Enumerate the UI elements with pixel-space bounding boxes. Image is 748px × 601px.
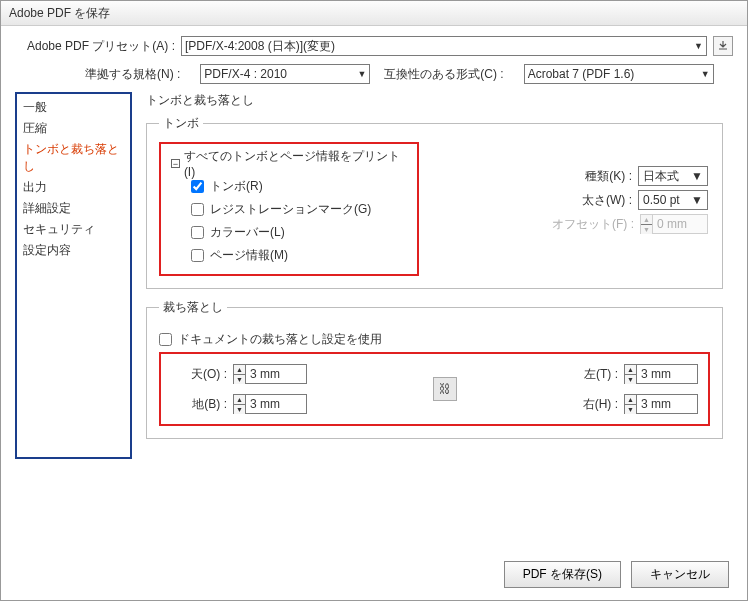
bleed-right-value: 3 mm xyxy=(641,397,671,411)
spin-down-icon[interactable]: ▼ xyxy=(625,405,636,414)
preset-label: Adobe PDF プリセット(A) : xyxy=(15,38,175,55)
chevron-down-icon: ▼ xyxy=(691,193,703,207)
preset-value: [PDF/X-4:2008 (日本)](変更) xyxy=(185,38,335,55)
use-doc-bleed-label: ドキュメントの裁ち落とし設定を使用 xyxy=(178,331,382,348)
chevron-down-icon: ▼ xyxy=(694,41,703,51)
bleed-top-spinner[interactable]: ▲▼ 3 mm xyxy=(233,364,307,384)
chevron-down-icon: ▼ xyxy=(691,169,703,183)
mark-weight-select[interactable]: 0.50 pt ▼ xyxy=(638,190,708,210)
titlebar: Adobe PDF を保存 xyxy=(1,1,747,26)
sidebar-item-summary[interactable]: 設定内容 xyxy=(17,240,130,261)
compat-label: 互換性のある形式(C) : xyxy=(384,66,503,83)
pageinfo-label: ページ情報(M) xyxy=(210,247,288,264)
trim-marks-label: トンボ(R) xyxy=(210,178,263,195)
sidebar-item-general[interactable]: 一般 xyxy=(17,97,130,118)
spin-up-icon[interactable]: ▲ xyxy=(625,395,636,405)
bleed-bottom-value: 3 mm xyxy=(250,397,280,411)
bleed-fieldset: 裁ち落とし ドキュメントの裁ち落とし設定を使用 天(O) : ▲▼ 3 mm xyxy=(146,299,723,439)
chevron-down-icon: ▼ xyxy=(701,69,710,79)
bleed-right-spinner[interactable]: ▲▼ 3 mm xyxy=(624,394,698,414)
bleed-right-label: 右(H) : xyxy=(583,396,618,413)
cancel-button[interactable]: キャンセル xyxy=(631,561,729,588)
window-title: Adobe PDF を保存 xyxy=(9,6,110,20)
standard-select[interactable]: PDF/X-4 : 2010 ▼ xyxy=(200,64,370,84)
mark-type-label: 種類(K) : xyxy=(585,168,632,185)
export-preset-button[interactable] xyxy=(713,36,733,56)
bleed-left-spinner[interactable]: ▲▼ 3 mm xyxy=(624,364,698,384)
registration-checkbox[interactable] xyxy=(191,203,204,216)
standard-value: PDF/X-4 : 2010 xyxy=(204,67,287,81)
sidebar-item-compression[interactable]: 圧縮 xyxy=(17,118,130,139)
bleed-bottom-spinner[interactable]: ▲▼ 3 mm xyxy=(233,394,307,414)
bleed-bottom-label: 地(B) : xyxy=(192,396,227,413)
bleed-legend: 裁ち落とし xyxy=(159,299,227,316)
spin-down-icon: ▼ xyxy=(641,225,652,234)
chevron-down-icon: ▼ xyxy=(357,69,366,79)
collapse-icon[interactable]: − xyxy=(171,159,180,168)
standard-label: 準拠する規格(N) : xyxy=(85,66,180,83)
bleed-top-value: 3 mm xyxy=(250,367,280,381)
bleed-top-label: 天(O) : xyxy=(191,366,227,383)
link-values-button[interactable]: ⛓ xyxy=(433,377,457,401)
spin-up-icon[interactable]: ▲ xyxy=(234,395,245,405)
compat-value: Acrobat 7 (PDF 1.6) xyxy=(528,67,635,81)
spin-down-icon[interactable]: ▼ xyxy=(234,405,245,414)
bleed-left-label: 左(T) : xyxy=(584,366,618,383)
mark-weight-label: 太さ(W) : xyxy=(582,192,632,209)
compat-select[interactable]: Acrobat 7 (PDF 1.6) ▼ xyxy=(524,64,714,84)
spin-down-icon[interactable]: ▼ xyxy=(625,375,636,384)
download-icon xyxy=(717,40,729,52)
registration-label: レジストレーションマーク(G) xyxy=(210,201,371,218)
sidebar-item-advanced[interactable]: 詳細設定 xyxy=(17,198,130,219)
colorbar-checkbox[interactable] xyxy=(191,226,204,239)
spin-up-icon: ▲ xyxy=(641,215,652,225)
offset-label: オフセット(F) : xyxy=(552,216,634,233)
mark-type-value: 日本式 xyxy=(643,168,679,185)
spin-up-icon[interactable]: ▲ xyxy=(234,365,245,375)
use-doc-bleed-checkbox[interactable] xyxy=(159,333,172,346)
all-marks-label: すべてのトンボとページ情報をプリント(I) xyxy=(184,148,407,179)
offset-spinner: ▲▼ 0 mm xyxy=(640,214,708,234)
mark-type-select[interactable]: 日本式 ▼ xyxy=(638,166,708,186)
trim-marks-checkbox[interactable] xyxy=(191,180,204,193)
marks-fieldset: トンボ − すべてのトンボとページ情報をプリント(I) トンボ(R) レジ xyxy=(146,115,723,289)
sidebar-item-marks-bleed[interactable]: トンボと裁ち落とし xyxy=(17,139,130,177)
sidebar-item-security[interactable]: セキュリティ xyxy=(17,219,130,240)
marks-legend: トンボ xyxy=(159,115,203,132)
sidebar: 一般 圧縮 トンボと裁ち落とし 出力 詳細設定 セキュリティ 設定内容 xyxy=(15,92,132,459)
sidebar-item-output[interactable]: 出力 xyxy=(17,177,130,198)
mark-weight-value: 0.50 pt xyxy=(643,193,680,207)
spin-up-icon[interactable]: ▲ xyxy=(625,365,636,375)
link-icon: ⛓ xyxy=(439,382,451,396)
panel-title: トンボと裁ち落とし xyxy=(146,92,723,109)
dialog-window: Adobe PDF を保存 Adobe PDF プリセット(A) : [PDF/… xyxy=(0,0,748,601)
save-pdf-button[interactable]: PDF を保存(S) xyxy=(504,561,621,588)
colorbar-label: カラーバー(L) xyxy=(210,224,285,241)
spin-down-icon[interactable]: ▼ xyxy=(234,375,245,384)
offset-value: 0 mm xyxy=(657,217,687,231)
pageinfo-checkbox[interactable] xyxy=(191,249,204,262)
preset-select[interactable]: [PDF/X-4:2008 (日本)](変更) ▼ xyxy=(181,36,707,56)
bleed-left-value: 3 mm xyxy=(641,367,671,381)
